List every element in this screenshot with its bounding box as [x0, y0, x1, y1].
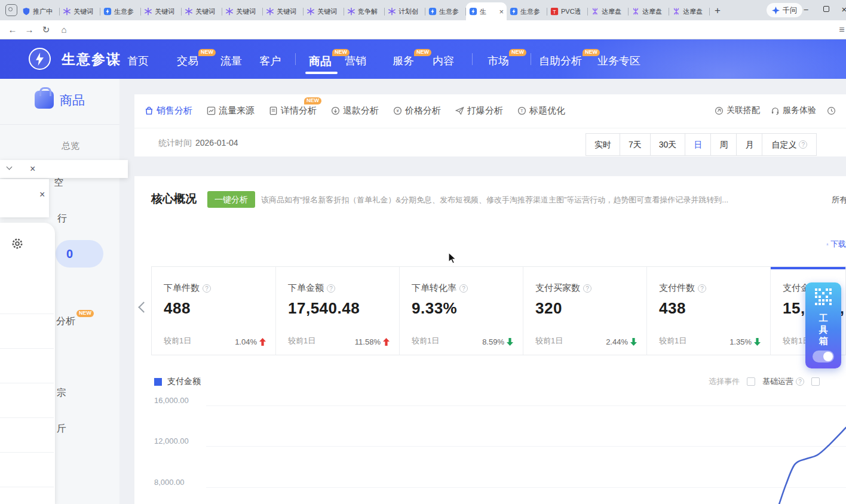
- tab-close-icon[interactable]: ×: [499, 8, 504, 16]
- browser-tab[interactable]: 关键词: [263, 3, 304, 20]
- nav-item-traffic[interactable]: 流量: [220, 54, 242, 68]
- legend-swatch: [154, 378, 162, 386]
- browser-tab[interactable]: 关键词: [304, 3, 344, 20]
- document-icon: [269, 106, 278, 115]
- nav-item-home[interactable]: 首页: [127, 54, 149, 68]
- sidebar-item-fragment[interactable]: 斤: [57, 423, 66, 435]
- chart-legend[interactable]: 支付金额: [154, 376, 201, 387]
- tab-refund-analysis[interactable]: 退款分析: [331, 105, 379, 116]
- browser-tab[interactable]: 推广中: [19, 3, 60, 20]
- nav-item-self-analysis[interactable]: 自助分析: [539, 54, 582, 68]
- new-tab-button[interactable]: +: [710, 4, 725, 19]
- sycm-logo[interactable]: [29, 48, 51, 70]
- tab-title-optimize[interactable]: T 标题优化: [517, 105, 565, 116]
- help-icon: ?: [583, 284, 591, 293]
- chevron-down-icon[interactable]: [7, 164, 13, 170]
- new-badge: NEW: [583, 49, 600, 56]
- range-custom[interactable]: 自定义?: [762, 133, 817, 156]
- tab-sales-analysis[interactable]: 销售分析: [145, 105, 192, 116]
- link-related-match[interactable]: 关联搭配: [715, 105, 760, 116]
- sidebar-item-overview[interactable]: 总览: [62, 140, 79, 152]
- nav-item-business-zone[interactable]: 业务专区: [597, 54, 640, 68]
- brand-name[interactable]: 生意参谋: [62, 50, 121, 69]
- browser-menu-icon[interactable]: ≡: [835, 23, 846, 36]
- tab-breakout-analysis[interactable]: 打爆分析: [455, 105, 503, 116]
- forward-button[interactable]: →: [23, 23, 36, 36]
- event-checkbox[interactable]: [747, 377, 755, 386]
- range-30d[interactable]: 30天: [650, 133, 686, 156]
- tab-search-icon[interactable]: [5, 4, 17, 16]
- shield-icon: [22, 7, 30, 16]
- browser-tab[interactable]: 关键词: [141, 3, 182, 20]
- browser-tab[interactable]: 生意参: [425, 3, 466, 20]
- clipped-icon[interactable]: [827, 106, 836, 115]
- metric-card-pay-items[interactable]: 支付件数? 438 较前1日 1.35%: [646, 267, 770, 355]
- nav-item-market[interactable]: 市场: [488, 54, 509, 68]
- reload-button[interactable]: ↻: [39, 23, 53, 36]
- range-month[interactable]: 月: [736, 133, 762, 156]
- title-icon: T: [517, 106, 526, 115]
- help-icon: ?: [796, 377, 804, 386]
- event-checkbox[interactable]: [811, 377, 820, 386]
- home-button[interactable]: ⌂: [57, 23, 70, 36]
- browser-tab[interactable]: 竞争解: [344, 3, 385, 20]
- one-key-analyze-button[interactable]: 一键分析: [207, 191, 255, 208]
- snowflake-icon: [185, 7, 193, 16]
- nav-item-trade[interactable]: 交易: [177, 54, 198, 68]
- browser-tab[interactable]: 生意参: [507, 3, 547, 20]
- range-7d[interactable]: 7天: [620, 133, 651, 156]
- sidebar-item-fragment[interactable]: 行: [57, 213, 67, 225]
- payment-line-chart: [206, 394, 846, 504]
- new-badge: NEW: [304, 97, 321, 105]
- sidebar-item-selected[interactable]: 0: [56, 240, 103, 268]
- nav-item-service[interactable]: 服务: [393, 54, 414, 68]
- browser-tab[interactable]: 生意参: [100, 3, 141, 20]
- metric-card-order-items[interactable]: 下单件数? 488 较前1日 1.04%: [152, 267, 275, 355]
- metric-card-pay-buyers[interactable]: 支付买家数? 320 较前1日 2.44%: [523, 267, 646, 355]
- download-link[interactable]: 下载: [826, 239, 846, 250]
- range-realtime[interactable]: 实时: [586, 133, 620, 156]
- toolbox-toggle[interactable]: [813, 351, 834, 362]
- sycm-logo-icon: [510, 7, 518, 16]
- arrow-up-icon: [259, 338, 266, 346]
- nav-item-marketing[interactable]: 营销: [345, 54, 366, 68]
- browser-tab-active[interactable]: 生×: [466, 2, 507, 20]
- tab-price-analysis[interactable]: ¥ 价格分析: [393, 105, 441, 116]
- browser-tab[interactable]: 达摩盘: [588, 3, 629, 20]
- analysis-subtabs: 销售分析 流量来源 详情分析 NEW 退款分析 ¥ 价格分析 打爆分析 T 标题…: [145, 102, 565, 119]
- browser-tab[interactable]: TPVC透: [547, 3, 588, 20]
- back-button[interactable]: ←: [6, 23, 19, 36]
- nav-item-product[interactable]: 商品: [309, 54, 332, 69]
- sidebar-item-fragment[interactable]: 空: [54, 177, 63, 189]
- browser-tab[interactable]: 达摩盘: [629, 3, 669, 20]
- nav-item-content[interactable]: 内容: [433, 54, 454, 68]
- gear-icon[interactable]: [11, 237, 24, 250]
- window-close-button[interactable]: ×: [835, 0, 846, 20]
- browser-tab[interactable]: 关键词: [222, 3, 263, 20]
- window-minimize-button[interactable]: –: [797, 0, 815, 20]
- close-icon[interactable]: ×: [30, 164, 35, 174]
- sidebar-item-fragment[interactable]: 分析: [56, 315, 75, 328]
- close-icon[interactable]: ×: [39, 190, 45, 199]
- snowflake-icon: [388, 7, 396, 16]
- range-week[interactable]: 周: [710, 133, 737, 156]
- tab-detail-analysis[interactable]: 详情分析 NEW: [269, 105, 317, 116]
- nav-item-customer[interactable]: 客户: [259, 54, 281, 68]
- metric-value: 320: [535, 299, 636, 318]
- browser-tab[interactable]: 达摩盘: [669, 3, 710, 20]
- tab-traffic-source[interactable]: 流量来源: [207, 105, 255, 116]
- window-maximize-button[interactable]: [817, 0, 835, 20]
- toolbox-widget[interactable]: 工 具 箱: [805, 282, 841, 368]
- browser-tab[interactable]: 关键词: [182, 3, 222, 20]
- overview-more-text[interactable]: 所有: [832, 195, 846, 205]
- y-tick: 12,000.00: [154, 437, 199, 445]
- sidebar-item-fragment[interactable]: 宗: [57, 387, 66, 399]
- link-service-experience[interactable]: 服务体验: [771, 105, 816, 116]
- browser-tab[interactable]: 计划创: [385, 3, 425, 20]
- range-day[interactable]: 日: [685, 133, 711, 156]
- trend-icon: [207, 106, 216, 115]
- metric-card-order-amount[interactable]: 下单金额? 17,540.48 较前1日 11.58%: [275, 267, 399, 355]
- browser-tab[interactable]: 关键词: [60, 3, 100, 20]
- metric-card-order-cvr[interactable]: 下单转化率? 9.33% 较前1日 8.59%: [399, 267, 523, 355]
- snowflake-icon: [266, 7, 274, 16]
